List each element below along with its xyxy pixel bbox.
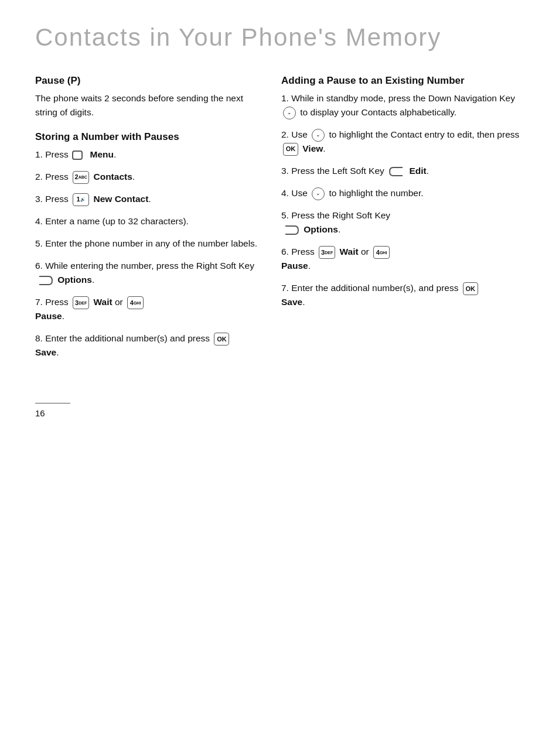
list-item: 5. Enter the phone number in any of the … [35, 237, 258, 251]
step-text: Menu. [90, 149, 116, 159]
nav-down-key-icon: ⌄ [283, 107, 296, 119]
step-text-cont: Options. [57, 275, 94, 285]
key-ok-icon-2: OK [283, 143, 298, 156]
key-3def-icon: 3DEF [73, 296, 89, 309]
pause-section-title: Pause (P) [35, 75, 258, 87]
adding-pause-steps-list: 1. While in standby mode, press the Down… [281, 91, 524, 309]
list-item: 2. Press 2ABC Contacts. [35, 170, 258, 184]
key-ok-icon: OK [214, 333, 229, 345]
right-column: Adding a Pause to an Existing Number 1. … [281, 75, 524, 368]
page-footer: 16 [35, 403, 70, 418]
step-text: 6. While entering the number, press the … [35, 261, 254, 271]
list-item: 7. Press 3DEF Wait or 4GHI Pause. [35, 295, 258, 323]
step-text-cont: to display your Contacts alphabetically. [300, 107, 456, 117]
step-number: 1. Press [35, 149, 71, 159]
list-item: 1. Press Menu. [35, 148, 258, 162]
list-item: 2. Use ⌄ to highlight the Contact entry … [281, 128, 524, 156]
step-text: 5. Enter the phone number in any of the … [35, 238, 257, 248]
step-text: 4. Use [281, 188, 310, 198]
left-soft-key-icon [388, 166, 405, 177]
step-text-wait2: Wait or [339, 247, 371, 256]
step-text-pause2: Pause. [281, 261, 311, 271]
step-text-cont: to highlight the Contact entry to edit, … [329, 129, 519, 139]
step-text: New Contact. [93, 194, 151, 204]
step-text-edit: Edit. [409, 166, 429, 176]
left-column: Pause (P) The phone waits 2 seconds befo… [35, 75, 258, 368]
svg-rect-0 [73, 151, 82, 159]
key-1-icon: 1🔊 [73, 193, 89, 206]
list-item: 4. Use ⌄ to highlight the number. [281, 186, 524, 200]
list-item: 4. Enter a name (up to 32 characters). [35, 214, 258, 228]
right-soft-key-icon-2 [283, 225, 299, 235]
step-text-save2: Save. [281, 297, 305, 307]
list-item: 6. While entering the number, press the … [35, 259, 258, 287]
list-item: 3. Press 1🔊 New Contact. [35, 192, 258, 206]
right-soft-key-icon [37, 275, 53, 286]
key-4ghi-icon-2: 4GHI [373, 246, 390, 259]
page-title: Contacts in Your Phone's Memory [35, 23, 524, 52]
key-2abc-icon: 2ABC [73, 171, 89, 184]
step-text: 8. Enter the additional number(s) and pr… [35, 333, 212, 343]
list-item: 7. Enter the additional number(s), and p… [281, 281, 524, 309]
list-item: 8. Enter the additional number(s) and pr… [35, 331, 258, 360]
step-text-view: View. [302, 143, 325, 153]
key-ok-icon-3: OK [463, 282, 478, 295]
key-4ghi-icon: 4GHI [127, 296, 144, 309]
storing-section-title: Storing a Number with Pauses [35, 131, 258, 143]
step-text: 7. Enter the additional number(s), and p… [281, 283, 461, 293]
step-number: 3. Press [35, 194, 71, 204]
menu-key-icon [72, 150, 86, 160]
pause-section-body: The phone waits 2 seconds before sending… [35, 91, 258, 119]
step-text: 1. While in standby mode, press the Down… [281, 93, 515, 103]
adding-pause-section-title: Adding a Pause to an Existing Number [281, 75, 524, 87]
step-text-pause: Pause. [35, 311, 64, 321]
list-item: 3. Press the Left Soft Key Edit. [281, 164, 524, 178]
key-3def-icon-2: 3DEF [319, 246, 335, 259]
list-item: 1. While in standby mode, press the Down… [281, 91, 524, 119]
nav-key-icon-2: ⌄ [312, 187, 325, 200]
step-text: Contacts. [93, 172, 135, 182]
step-text: 4. Enter a name (up to 32 characters). [35, 216, 189, 226]
page-number: 16 [35, 408, 45, 418]
nav-key-icon: ⌄ [312, 129, 325, 142]
step-text: 6. Press [281, 247, 317, 256]
step-text: 7. Press [35, 297, 71, 307]
step-text: 5. Press the Right Soft Key [281, 210, 390, 220]
list-item: 6. Press 3DEF Wait or 4GHI Pause. [281, 245, 524, 273]
step-text: 2. Use [281, 129, 310, 139]
step-text-wait: Wait or [93, 297, 125, 307]
step-text-cont: to highlight the number. [329, 188, 423, 198]
step-text-options: Options. [304, 224, 340, 234]
list-item: 5. Press the Right Soft Key Options. [281, 208, 524, 237]
step-text-save: Save. [35, 347, 59, 357]
step-text: 3. Press the Left Soft Key [281, 166, 387, 176]
storing-steps-list: 1. Press Menu. 2. Press 2ABC Contacts. 3… [35, 148, 258, 360]
step-number: 2. Press [35, 172, 71, 182]
